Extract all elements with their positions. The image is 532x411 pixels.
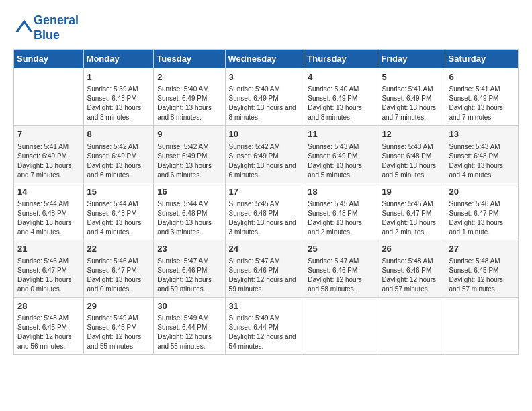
col-header-saturday: Saturday [445, 50, 519, 68]
day-number: 6 [449, 71, 515, 83]
day-info: Sunrise: 5:48 AMSunset: 6:45 PMDaylight:… [449, 257, 515, 294]
calendar-cell: 24Sunrise: 5:47 AMSunset: 6:46 PMDayligh… [225, 240, 304, 297]
calendar-cell: 20Sunrise: 5:46 AMSunset: 6:47 PMDayligh… [445, 183, 519, 240]
day-info: Sunrise: 5:45 AMSunset: 6:47 PMDaylight:… [382, 199, 441, 237]
day-number: 8 [87, 128, 150, 140]
calendar-cell: 23Sunrise: 5:47 AMSunset: 6:46 PMDayligh… [154, 240, 225, 297]
page-header: General Blue [13, 13, 519, 42]
day-number: 29 [87, 300, 150, 312]
calendar-week-row: 1Sunrise: 5:39 AMSunset: 6:48 PMDaylight… [14, 68, 519, 126]
day-number: 5 [382, 71, 441, 83]
calendar-cell: 5Sunrise: 5:41 AMSunset: 6:49 PMDaylight… [378, 68, 445, 126]
calendar-cell: 7Sunrise: 5:41 AMSunset: 6:49 PMDaylight… [14, 126, 84, 183]
calendar-table: SundayMondayTuesdayWednesdayThursdayFrid… [13, 49, 519, 355]
col-header-sunday: Sunday [14, 50, 84, 68]
calendar-cell: 17Sunrise: 5:45 AMSunset: 6:48 PMDayligh… [225, 183, 304, 240]
calendar-cell: 26Sunrise: 5:48 AMSunset: 6:46 PMDayligh… [378, 240, 445, 297]
day-info: Sunrise: 5:41 AMSunset: 6:49 PMDaylight:… [17, 142, 80, 180]
day-number: 27 [449, 243, 515, 255]
day-info: Sunrise: 5:40 AMSunset: 6:49 PMDaylight:… [308, 85, 374, 122]
calendar-week-row: 28Sunrise: 5:48 AMSunset: 6:45 PMDayligh… [14, 297, 519, 354]
calendar-week-row: 14Sunrise: 5:44 AMSunset: 6:48 PMDayligh… [14, 183, 519, 240]
day-info: Sunrise: 5:45 AMSunset: 6:48 PMDaylight:… [308, 199, 374, 237]
day-info: Sunrise: 5:40 AMSunset: 6:49 PMDaylight:… [229, 85, 301, 122]
day-number: 24 [229, 243, 301, 255]
day-number: 18 [308, 186, 374, 198]
day-number: 3 [229, 71, 301, 83]
calendar-cell: 29Sunrise: 5:49 AMSunset: 6:45 PMDayligh… [83, 297, 154, 354]
day-number: 26 [382, 243, 441, 255]
day-info: Sunrise: 5:44 AMSunset: 6:48 PMDaylight:… [17, 199, 80, 237]
day-info: Sunrise: 5:43 AMSunset: 6:48 PMDaylight:… [449, 142, 515, 180]
day-info: Sunrise: 5:44 AMSunset: 6:48 PMDaylight:… [87, 199, 150, 237]
day-number: 14 [17, 186, 80, 198]
day-info: Sunrise: 5:49 AMSunset: 6:44 PMDaylight:… [229, 314, 301, 351]
calendar-cell [445, 297, 519, 354]
day-number: 2 [157, 71, 221, 83]
day-number: 13 [449, 128, 515, 140]
day-info: Sunrise: 5:42 AMSunset: 6:49 PMDaylight:… [229, 142, 301, 180]
calendar-cell: 19Sunrise: 5:45 AMSunset: 6:47 PMDayligh… [378, 183, 445, 240]
col-header-thursday: Thursday [304, 50, 378, 68]
day-info: Sunrise: 5:46 AMSunset: 6:47 PMDaylight:… [87, 257, 150, 294]
calendar-cell: 16Sunrise: 5:44 AMSunset: 6:48 PMDayligh… [154, 183, 225, 240]
day-info: Sunrise: 5:44 AMSunset: 6:48 PMDaylight:… [157, 199, 221, 237]
day-number: 1 [87, 71, 150, 83]
calendar-week-row: 7Sunrise: 5:41 AMSunset: 6:49 PMDaylight… [14, 126, 519, 183]
day-number: 10 [229, 128, 301, 140]
day-number: 19 [382, 186, 441, 198]
day-number: 25 [308, 243, 374, 255]
day-number: 11 [308, 128, 374, 140]
logo: General Blue [13, 13, 79, 42]
day-info: Sunrise: 5:41 AMSunset: 6:49 PMDaylight:… [382, 85, 441, 122]
day-info: Sunrise: 5:40 AMSunset: 6:49 PMDaylight:… [157, 85, 221, 122]
col-header-wednesday: Wednesday [225, 50, 304, 68]
calendar-cell: 11Sunrise: 5:43 AMSunset: 6:49 PMDayligh… [304, 126, 378, 183]
day-info: Sunrise: 5:45 AMSunset: 6:48 PMDaylight:… [229, 199, 301, 237]
day-info: Sunrise: 5:42 AMSunset: 6:49 PMDaylight:… [157, 142, 221, 180]
col-header-friday: Friday [378, 50, 445, 68]
calendar-cell: 9Sunrise: 5:42 AMSunset: 6:49 PMDaylight… [154, 126, 225, 183]
calendar-cell: 8Sunrise: 5:42 AMSunset: 6:49 PMDaylight… [83, 126, 154, 183]
logo-icon [15, 17, 34, 36]
day-info: Sunrise: 5:41 AMSunset: 6:49 PMDaylight:… [449, 85, 515, 122]
day-number: 22 [87, 243, 150, 255]
calendar-cell: 13Sunrise: 5:43 AMSunset: 6:48 PMDayligh… [445, 126, 519, 183]
calendar-cell: 31Sunrise: 5:49 AMSunset: 6:44 PMDayligh… [225, 297, 304, 354]
calendar-cell: 10Sunrise: 5:42 AMSunset: 6:49 PMDayligh… [225, 126, 304, 183]
day-info: Sunrise: 5:48 AMSunset: 6:45 PMDaylight:… [17, 314, 80, 351]
calendar-header-row: SundayMondayTuesdayWednesdayThursdayFrid… [14, 50, 519, 68]
day-info: Sunrise: 5:47 AMSunset: 6:46 PMDaylight:… [229, 257, 301, 294]
calendar-cell: 28Sunrise: 5:48 AMSunset: 6:45 PMDayligh… [14, 297, 84, 354]
calendar-cell: 14Sunrise: 5:44 AMSunset: 6:48 PMDayligh… [14, 183, 84, 240]
day-number: 4 [308, 71, 374, 83]
day-info: Sunrise: 5:46 AMSunset: 6:47 PMDaylight:… [449, 199, 515, 237]
day-info: Sunrise: 5:39 AMSunset: 6:48 PMDaylight:… [87, 85, 150, 122]
day-number: 31 [229, 300, 301, 312]
calendar-cell: 30Sunrise: 5:49 AMSunset: 6:44 PMDayligh… [154, 297, 225, 354]
day-number: 7 [17, 128, 80, 140]
day-info: Sunrise: 5:49 AMSunset: 6:44 PMDaylight:… [157, 314, 221, 351]
col-header-monday: Monday [83, 50, 154, 68]
day-number: 16 [157, 186, 221, 198]
calendar-cell: 4Sunrise: 5:40 AMSunset: 6:49 PMDaylight… [304, 68, 378, 126]
day-info: Sunrise: 5:46 AMSunset: 6:47 PMDaylight:… [17, 257, 80, 294]
calendar-cell: 15Sunrise: 5:44 AMSunset: 6:48 PMDayligh… [83, 183, 154, 240]
calendar-week-row: 21Sunrise: 5:46 AMSunset: 6:47 PMDayligh… [14, 240, 519, 297]
day-number: 23 [157, 243, 221, 255]
day-number: 20 [449, 186, 515, 198]
calendar-cell: 25Sunrise: 5:47 AMSunset: 6:46 PMDayligh… [304, 240, 378, 297]
day-info: Sunrise: 5:47 AMSunset: 6:46 PMDaylight:… [308, 257, 374, 294]
calendar-cell [14, 68, 84, 126]
day-info: Sunrise: 5:48 AMSunset: 6:46 PMDaylight:… [382, 257, 441, 294]
calendar-cell: 1Sunrise: 5:39 AMSunset: 6:48 PMDaylight… [83, 68, 154, 126]
day-info: Sunrise: 5:43 AMSunset: 6:48 PMDaylight:… [382, 142, 441, 180]
day-number: 30 [157, 300, 221, 312]
day-number: 9 [157, 128, 221, 140]
col-header-tuesday: Tuesday [154, 50, 225, 68]
day-number: 12 [382, 128, 441, 140]
calendar-cell: 27Sunrise: 5:48 AMSunset: 6:45 PMDayligh… [445, 240, 519, 297]
logo-text: General Blue [34, 13, 79, 42]
calendar-cell: 18Sunrise: 5:45 AMSunset: 6:48 PMDayligh… [304, 183, 378, 240]
day-number: 21 [17, 243, 80, 255]
